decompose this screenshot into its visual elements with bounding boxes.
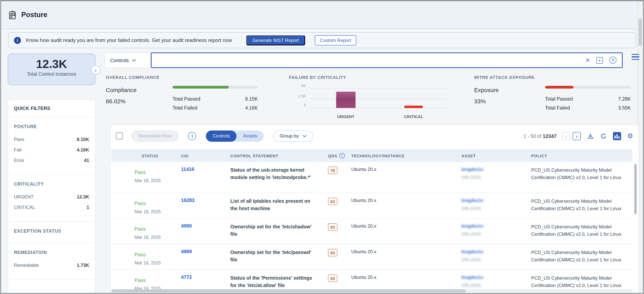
- menu-icon[interactable]: [632, 54, 639, 60]
- asset-link-blurred[interactable]: bsqpbu1v: [462, 167, 531, 172]
- column-header-status[interactable]: STATUS: [134, 153, 181, 158]
- technology: Ubuntu 20.x: [351, 274, 462, 280]
- filter-label: Fail: [14, 147, 22, 153]
- control-statement[interactable]: Status of the usb-storage kernel module …: [230, 167, 328, 182]
- qds-badge: 78: [328, 167, 337, 174]
- column-header-control-statement[interactable]: CONTROL STATEMENT: [230, 153, 328, 158]
- control-statement[interactable]: Status of the 'Permissions' settings for…: [230, 274, 328, 290]
- filter-item-critical[interactable]: CRITICAL 1: [14, 205, 89, 210]
- chevron-left-icon: ‹: [95, 67, 97, 73]
- download-icon[interactable]: [587, 133, 594, 139]
- group-by-dropdown[interactable]: Group by: [273, 130, 313, 141]
- info-icon[interactable]: i: [188, 132, 196, 140]
- column-header-asset[interactable]: ASSET: [462, 153, 531, 158]
- filter-section-exception-status: EXCEPTION STATUS: [8, 222, 95, 243]
- technology: Ubuntu 20.x: [351, 223, 462, 229]
- asset-detail-blurred: 248.11031: [462, 257, 531, 262]
- exposure-progress-fill: [545, 86, 574, 89]
- failure-by-criticality-chart: FAILURE BY CRITICALITY 5K 2.5K 0 URGENT …: [289, 75, 448, 120]
- xlabel-urgent: URGENT: [337, 115, 354, 119]
- refresh-icon[interactable]: [600, 133, 607, 139]
- posture-clipboard-icon: [8, 10, 17, 20]
- audit-banner: i Know how audit ready you are from your…: [8, 32, 636, 48]
- status-pass: Pass: [134, 252, 181, 257]
- table-horizontal-scrollbar[interactable]: [111, 289, 632, 292]
- asset-link-blurred[interactable]: bsqpbu1v: [462, 274, 531, 280]
- exposure-percent: 33%: [474, 98, 499, 104]
- cid-link[interactable]: 4772: [181, 274, 230, 280]
- search-inline-icons: × + ?: [586, 53, 616, 67]
- table-row[interactable]: Pass Mar 18, 2025 16283 List of all ipta…: [111, 193, 632, 219]
- table-row[interactable]: Pass Mar 18, 2025 4772 Status of the 'Pe…: [111, 270, 632, 292]
- search-help-icon[interactable]: ?: [610, 57, 616, 64]
- filter-item-remediable[interactable]: Remediable 1.73K: [14, 262, 89, 268]
- filter-item-fail[interactable]: Fail 4.16K: [14, 147, 89, 153]
- filter-section-remediation: REMEDIATION Remediable 1.73K: [8, 243, 95, 280]
- next-page-button[interactable]: ›: [573, 132, 581, 140]
- asset-detail-blurred: 248.11031: [462, 175, 531, 179]
- asset-detail-blurred: 248.11031: [462, 231, 531, 236]
- tab-assets[interactable]: Assets: [236, 130, 264, 141]
- cid-link[interactable]: 11416: [181, 167, 230, 172]
- xlabel-critical: CRITICAL: [404, 115, 424, 119]
- table-row[interactable]: Pass Mar 18, 2025 11416 Status of the us…: [111, 162, 632, 193]
- cid-link[interactable]: 16283: [181, 198, 230, 203]
- mitre-attack-exposure-section: MITRE ATT&CK EXPOSURE Exposure 33% Total…: [474, 75, 631, 118]
- table-horizontal-scrollbar-thumb[interactable]: [111, 289, 466, 292]
- table-row[interactable]: Pass Mar 18, 2025 4989 Ownership set for…: [111, 244, 632, 270]
- remediate-now-button[interactable]: Remediate Now: [132, 130, 178, 141]
- table-vertical-scrollbar[interactable]: [634, 164, 637, 214]
- critical-bar[interactable]: [404, 106, 422, 108]
- pagination: 1 - 50 of 12347 ‹ › ⚙: [524, 132, 633, 140]
- tab-controls[interactable]: Controls: [206, 130, 236, 141]
- filter-item-pass[interactable]: Pass 8.15K: [14, 137, 89, 142]
- select-all-checkbox[interactable]: [116, 132, 123, 139]
- search-input[interactable]: [156, 54, 575, 67]
- previous-page-button[interactable]: ‹: [562, 132, 570, 140]
- stat-value: 4.16K: [245, 105, 258, 111]
- asset-link-blurred[interactable]: bsqpbu1v: [462, 223, 531, 229]
- section-heading: POSTURE: [14, 124, 89, 129]
- control-statement[interactable]: List of all iptables rules present on th…: [230, 198, 328, 213]
- policy-name: PCD_US Cybersecurity Maturity Model Cert…: [531, 274, 632, 289]
- overall-compliance-section: OVERALL COMPLIANCE Compliance 66.02% Tot…: [106, 75, 261, 118]
- control-statement[interactable]: Ownership set for the '/etc/passwd' file: [230, 249, 328, 264]
- evaluation-date: Mar 18, 2025: [134, 178, 181, 183]
- clear-search-icon[interactable]: ×: [586, 57, 590, 64]
- filter-label: CRITICAL: [14, 205, 35, 210]
- total-failed-row: Total Failed 3.55K: [545, 105, 631, 111]
- evaluation-date: Mar 18, 2025: [134, 235, 181, 240]
- collapse-sidebar-button[interactable]: ‹: [91, 65, 100, 75]
- status-pass: Pass: [134, 200, 181, 206]
- settings-gear-icon[interactable]: ⚙: [627, 133, 633, 139]
- page-scrollbar-thumb[interactable]: [638, 19, 642, 46]
- status-pass: Pass: [134, 277, 181, 283]
- column-header-cid[interactable]: CID: [181, 153, 230, 158]
- policy-name: PCD_US Cybersecurity Maturity Model Cert…: [531, 198, 632, 213]
- control-statement[interactable]: Ownership set for the '/etc/shadow' file: [230, 223, 328, 238]
- cid-link[interactable]: 4989: [181, 249, 230, 254]
- column-header-policy[interactable]: POLICY: [531, 153, 632, 158]
- qds-info-icon[interactable]: i: [339, 153, 345, 158]
- filter-count: 41: [84, 158, 89, 163]
- generate-nist-report-button[interactable]: Generate NIST Report: [246, 35, 305, 45]
- add-query-icon[interactable]: +: [596, 57, 603, 64]
- cid-link[interactable]: 4990: [181, 223, 230, 229]
- asset-detail-blurred: 248.11031: [462, 283, 531, 287]
- filter-item-urgent[interactable]: URGENT 12.3K: [14, 194, 89, 200]
- asset-link-blurred[interactable]: bsqpbu1v: [462, 198, 531, 203]
- column-header-technology[interactable]: TECHNOLOGY/INSTANCE: [351, 153, 462, 158]
- search-scope-dropdown[interactable]: Controls: [104, 52, 151, 68]
- asset-link-blurred[interactable]: bsqpbu1v: [462, 249, 531, 254]
- column-header-qds[interactable]: QDS i: [328, 153, 351, 158]
- query-search-box: × + ?: [151, 52, 623, 68]
- custom-report-button[interactable]: Custom Report: [315, 35, 356, 45]
- table-toolbar: Remediate Now i Controls Assets Group by…: [110, 130, 633, 142]
- policy-name: PCD_US Cybersecurity Maturity Model Cert…: [531, 249, 632, 264]
- table-row[interactable]: Pass Mar 18, 2025 4990 Ownership set for…: [111, 219, 632, 244]
- evaluation-date: Mar 18, 2025: [134, 209, 181, 214]
- chart-view-icon[interactable]: [613, 132, 621, 140]
- urgent-bar[interactable]: [336, 92, 356, 108]
- chevron-down-icon: [302, 134, 307, 137]
- filter-item-error[interactable]: Error 41: [14, 158, 89, 163]
